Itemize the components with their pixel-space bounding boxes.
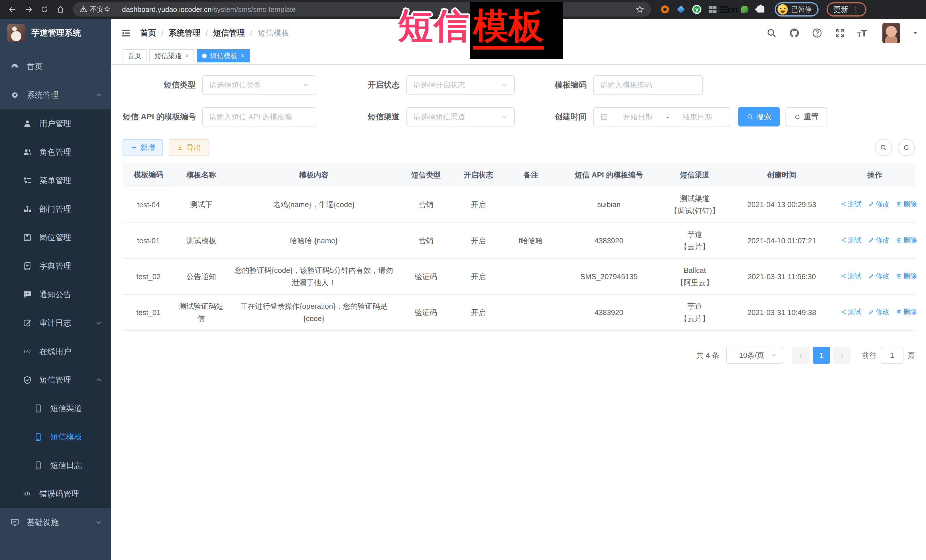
col-template-content: 模板内容 <box>228 163 400 187</box>
extension-orange-icon[interactable] <box>660 5 670 14</box>
extension-y-icon[interactable]: y <box>692 5 702 14</box>
trash-icon <box>896 201 902 207</box>
sidebar-item-audit-log[interactable]: 审计日志 <box>0 309 111 337</box>
create-time-range-picker[interactable]: 开始日期 - 结束日期 <box>593 107 730 127</box>
search-icon[interactable] <box>766 28 777 38</box>
show-search-button[interactable] <box>875 139 892 156</box>
page-size-select[interactable]: 10条/页 <box>726 347 783 364</box>
end-date-placeholder: 结束日期 <box>671 112 723 122</box>
status-select[interactable]: 请选择开启状态 <box>406 75 515 95</box>
goto-label: 前往 <box>862 350 877 360</box>
sidebar-item-sms-channel[interactable]: 短信渠道 <box>0 394 111 423</box>
sidebar-item-announcements[interactable]: 通知公告 <box>0 280 111 309</box>
channel-select[interactable]: 请选择短信渠道 <box>406 107 515 127</box>
test-link[interactable]: 测试 <box>840 306 862 318</box>
tab-home[interactable]: 首页 <box>123 49 147 62</box>
api-template-id-input[interactable]: 请输入短信 API 的模板编 <box>202 107 316 127</box>
user-avatar[interactable] <box>882 23 900 43</box>
prev-page-button[interactable]: ‹ <box>792 347 809 364</box>
browser-reload-button[interactable] <box>38 3 51 16</box>
goto-page-input[interactable]: 1 <box>881 347 903 364</box>
browser-update-button[interactable]: 更新 ⋮ <box>826 2 866 17</box>
edit-link[interactable]: 修改 <box>868 234 889 246</box>
breadcrumb-sms[interactable]: 短信管理 <box>213 28 245 38</box>
delete-link[interactable]: 删除 <box>896 199 917 210</box>
bookmark-star-icon[interactable] <box>635 5 644 14</box>
delete-link[interactable]: 删除 <box>896 234 917 246</box>
pencil-icon <box>868 201 875 207</box>
dashboard-icon <box>10 62 20 71</box>
code-icon <box>23 489 32 498</box>
sms-type-select[interactable]: 请选择短信类型 <box>202 75 316 95</box>
chevron-down-icon <box>501 113 508 120</box>
breadcrumb-system[interactable]: 系统管理 <box>169 28 201 38</box>
font-size-icon[interactable]: TT <box>857 28 867 38</box>
sidebar: 芋道管理系统 首页 系统管理 用户管理 角色管理 菜单管理 <box>0 19 111 560</box>
current-page-button[interactable]: 1 <box>813 347 830 364</box>
extension-list-icon[interactable]: on <box>724 5 734 14</box>
extensions-puzzle-icon[interactable] <box>756 5 766 14</box>
browser-home-button[interactable] <box>54 3 67 16</box>
app-logo-row[interactable]: 芋道管理系统 <box>0 19 111 47</box>
delete-link[interactable]: 删除 <box>896 306 917 318</box>
tab-sms-template[interactable]: 短信模板× <box>197 49 250 62</box>
edit-link[interactable]: 修改 <box>868 199 889 210</box>
profile-paused-badge[interactable]: 已暂停 <box>775 2 819 17</box>
extension-gem-icon[interactable] <box>676 5 686 14</box>
status-label: 开启状态 <box>316 80 406 90</box>
col-remark: 备注 <box>504 163 557 187</box>
chevron-up-icon <box>95 92 102 98</box>
sidebar-item-sms[interactable]: 短信管理 <box>0 366 111 394</box>
chat-bubble-icon <box>23 290 32 299</box>
profile-emoji-avatar <box>778 4 788 15</box>
add-button[interactable]: 新增 <box>123 139 163 156</box>
browser-forward-button[interactable] <box>22 3 35 16</box>
sidebar-item-error-codes[interactable]: 错误码管理 <box>0 480 111 508</box>
tab-sms-channel[interactable]: 短信渠道× <box>149 49 194 62</box>
fullscreen-icon[interactable] <box>835 28 845 38</box>
sidebar-item-departments[interactable]: 部门管理 <box>0 195 111 223</box>
next-page-button[interactable]: › <box>834 347 850 364</box>
app-navbar: 首页 / 系统管理 / 短信管理 / 短信模板 TT <box>111 19 926 47</box>
sidebar-item-dictionary[interactable]: 字典管理 <box>0 252 111 280</box>
sidebar-item-system[interactable]: 系统管理 <box>0 81 111 109</box>
close-icon[interactable]: × <box>241 52 245 60</box>
caret-down-icon[interactable] <box>912 30 918 36</box>
sidebar-item-home[interactable]: 首页 <box>0 53 111 81</box>
template-code-input[interactable]: 请输入模板编码 <box>593 75 703 95</box>
refresh-table-button[interactable] <box>898 139 915 156</box>
delete-link[interactable]: 删除 <box>896 270 917 282</box>
browser-menu-dots-icon[interactable]: ⋮ <box>852 5 859 14</box>
total-count: 共 4 条 <box>696 350 719 360</box>
test-link[interactable]: 测试 <box>840 199 862 210</box>
browser-back-button[interactable] <box>6 3 20 16</box>
sidebar-item-infrastructure[interactable]: 基础设施 <box>0 508 111 537</box>
sidebar-item-positions[interactable]: 岗位管理 <box>0 223 111 252</box>
breadcrumb-home[interactable]: 首页 <box>140 28 156 38</box>
reset-button[interactable]: 重置 <box>785 107 827 127</box>
close-icon[interactable]: × <box>185 52 189 60</box>
github-icon[interactable] <box>789 28 800 38</box>
channel-label: 短信渠道 <box>316 112 406 122</box>
help-icon[interactable] <box>812 28 823 38</box>
sms-template-table: 模板编码 模板名称 模板内容 短信类型 开启状态 备注 短信 API 的模板编号… <box>123 163 915 331</box>
sidebar-item-users[interactable]: 用户管理 <box>0 109 111 138</box>
sidebar-item-online-users[interactable]: 在线用户 <box>0 337 111 366</box>
sidebar-item-sms-log[interactable]: 短信日志 <box>0 451 111 480</box>
download-icon <box>177 144 183 151</box>
sidebar-item-sms-template[interactable]: 短信模板 <box>0 423 111 451</box>
export-button[interactable]: 导出 <box>169 139 209 156</box>
sidebar-collapse-icon[interactable] <box>120 28 131 38</box>
sidebar-item-roles[interactable]: 角色管理 <box>0 138 111 166</box>
edit-link[interactable]: 修改 <box>868 306 889 318</box>
trash-icon <box>896 237 902 243</box>
address-bar[interactable]: 不安全 dashboard.yudao.iocoder.cn/system/sm… <box>73 2 651 17</box>
extension-grid-icon[interactable] <box>708 5 718 14</box>
edit-link[interactable]: 修改 <box>868 270 889 282</box>
filter-row-1: 短信类型 请选择短信类型 开启状态 请选择开启状态 模板编码 <box>123 75 915 95</box>
test-link[interactable]: 测试 <box>840 270 862 282</box>
sidebar-item-menus[interactable]: 菜单管理 <box>0 166 111 195</box>
test-link[interactable]: 测试 <box>840 234 862 246</box>
search-button[interactable]: 搜索 <box>738 107 780 127</box>
extension-leaf-icon[interactable] <box>740 5 750 14</box>
